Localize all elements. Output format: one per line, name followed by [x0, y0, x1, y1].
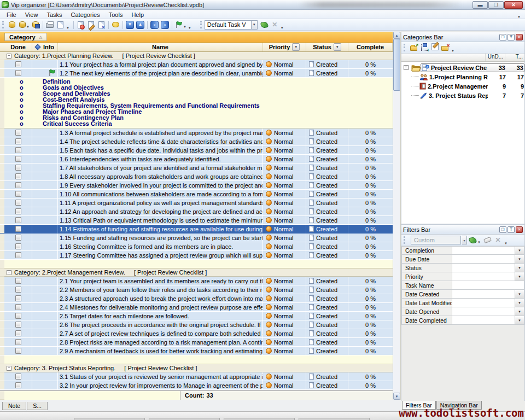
filter-value[interactable] — [452, 281, 524, 289]
panel-pin-icon[interactable] — [508, 226, 515, 233]
done-checkbox[interactable] — [15, 278, 21, 284]
close-button[interactable]: ✕ — [504, 1, 523, 9]
task-row[interactable]: 1.2 The next key elements of the project… — [0, 69, 393, 78]
filter-dropdown-icon[interactable] — [515, 272, 524, 281]
clear-view-icon[interactable]: ✕ — [270, 20, 280, 30]
new-task-icon[interactable] — [75, 20, 86, 30]
filter-dropdown-icon[interactable] — [515, 307, 524, 316]
task-row[interactable]: 2.1 Your project team is assembled and i… — [0, 277, 393, 285]
toolbar-overflow-icon[interactable] — [66, 24, 69, 30]
task-row[interactable]: 1.10 All communications between stakehol… — [0, 190, 393, 199]
toolbar-grip[interactable] — [404, 236, 406, 244]
filter-preset-arrow-icon[interactable] — [462, 236, 467, 244]
task-view-combo[interactable]: Default Task V — [205, 20, 252, 30]
toolbar-grip[interactable] — [2, 21, 5, 28]
menu-item-categories[interactable]: Categories — [67, 11, 104, 18]
panel-restore-icon[interactable] — [499, 226, 506, 233]
vertical-scrollbar[interactable] — [393, 32, 400, 400]
column-total[interactable]: T... — [505, 54, 524, 61]
menu-item-help[interactable]: Help — [127, 11, 148, 18]
category-tree-item-1-project-planning-review[interactable]: 1.Project Planning Review.1717 — [401, 72, 524, 81]
filter-value[interactable] — [452, 272, 515, 281]
task-row[interactable]: 1.16 Steering Committee is formed and it… — [0, 242, 393, 251]
task-row[interactable]: 1.5 Each task has a specific due date. I… — [0, 146, 393, 155]
done-checkbox[interactable] — [15, 252, 21, 258]
done-checkbox[interactable] — [15, 191, 21, 197]
filter-value[interactable] — [452, 255, 515, 263]
filter-dropdown-icon[interactable] — [515, 264, 524, 272]
menu-item-file[interactable]: File — [2, 11, 21, 18]
done-checkbox[interactable] — [15, 217, 21, 223]
menu-overflow-icon[interactable] — [517, 15, 521, 19]
task-row[interactable]: 1.14 Estimates of funding and staffing r… — [0, 225, 393, 234]
filter-dropdown-icon[interactable] — [515, 290, 524, 298]
column-header-name[interactable]: Name — [58, 43, 263, 51]
task-row[interactable]: 2.7 A set of project review techniques i… — [0, 329, 393, 338]
filter-row-date-created[interactable]: Date Created — [401, 290, 524, 299]
done-checkbox[interactable] — [15, 339, 21, 345]
done-checkbox[interactable] — [15, 200, 21, 206]
category-group-row[interactable]: Category: 1.Project Planning Review.[ Pr… — [0, 52, 393, 60]
task-row[interactable]: 1.3 A formal project schedule is establi… — [0, 129, 393, 137]
task-row[interactable]: 1.6 Interdependencies within tasks are a… — [0, 155, 393, 164]
new-category-icon[interactable] — [409, 43, 418, 52]
filter-row-completion[interactable]: Completion — [401, 246, 524, 255]
toolbar-grip[interactable] — [200, 21, 203, 28]
move-down-icon[interactable]: ▼ — [125, 20, 135, 30]
flag-icon[interactable] — [174, 20, 184, 30]
category-group-row[interactable]: Category: 3. Project Status Reporting.[ … — [0, 364, 393, 372]
group-by-category-chip[interactable]: Category — [4, 33, 47, 41]
collapse-icon[interactable] — [7, 54, 11, 59]
filter-dropdown-icon[interactable] — [515, 299, 524, 307]
apply-view-icon[interactable] — [259, 20, 270, 30]
categories-overflow-icon[interactable] — [451, 46, 454, 53]
done-checkbox[interactable] — [15, 226, 21, 232]
filter-row-due-date[interactable]: Due Date — [401, 255, 524, 264]
column-header-priority[interactable]: Priority — [263, 43, 306, 51]
panel-pin-icon[interactable] — [508, 34, 515, 40]
done-checkbox[interactable] — [15, 304, 21, 310]
filter-dropdown-icon[interactable] — [515, 316, 524, 324]
task-row[interactable]: 3.2 In your project review for improveme… — [0, 381, 393, 390]
task-row[interactable]: 1.17 Steering Committee has assigned a p… — [0, 251, 393, 260]
open-database-icon[interactable] — [17, 20, 27, 30]
task-row[interactable]: 3.1 Status of your project is reviewed b… — [0, 372, 393, 381]
minimize-button[interactable]: ▬ — [472, 1, 488, 9]
done-checkbox[interactable] — [15, 61, 21, 67]
task-row[interactable]: 2.4 Milestones for deliverable monitorin… — [0, 303, 393, 312]
done-checkbox[interactable] — [15, 208, 21, 214]
filter-value[interactable] — [452, 264, 515, 272]
menu-item-tasks[interactable]: Tasks — [42, 11, 66, 18]
delete-category-icon[interactable] — [440, 43, 450, 52]
print-preview-icon[interactable] — [55, 20, 66, 30]
done-checkbox[interactable] — [15, 295, 21, 301]
new-database-icon[interactable] — [7, 20, 17, 30]
collapse-icon[interactable] — [7, 366, 11, 371]
column-header-complete[interactable]: Complete — [348, 43, 393, 51]
done-checkbox[interactable] — [15, 138, 21, 144]
category-tree-item-2-project-management-review[interactable]: 2.Project Management Review99 — [401, 81, 524, 91]
done-checkbox[interactable] — [15, 165, 21, 171]
filter-value[interactable] — [452, 307, 515, 316]
done-checkbox[interactable] — [15, 147, 21, 153]
status-filter-icon[interactable] — [334, 43, 341, 51]
filter-dropdown-icon[interactable] — [515, 247, 524, 254]
category-tree-item-project-review-checklist[interactable]: Project Review Checklist3333 — [401, 63, 524, 72]
column-header-done[interactable]: Done — [4, 43, 32, 51]
task-row[interactable]: 2.8 Project risks are managed according … — [0, 338, 393, 347]
task-row[interactable]: 1.11 A project organizational policy as … — [0, 199, 393, 207]
apply-filter-dropdown-icon[interactable] — [477, 238, 481, 244]
task-row[interactable]: 1.1 Your project has a formal project pl… — [0, 60, 393, 69]
move-to-bottom-icon[interactable]: » — [149, 20, 160, 30]
filter-row-date-completed[interactable]: Date Completed — [401, 316, 524, 325]
delete-task-icon[interactable] — [96, 20, 107, 30]
move-up-icon[interactable]: ▲ — [135, 20, 145, 30]
task-view-combo-arrow-icon[interactable] — [252, 20, 258, 30]
done-checkbox[interactable] — [15, 156, 21, 162]
column-header-status[interactable]: Status — [306, 43, 348, 51]
tab-s[interactable]: S... — [27, 402, 48, 410]
filter-row-date-opened[interactable]: Date Opened — [401, 307, 524, 316]
remove-filter-icon[interactable]: ✕ — [493, 236, 503, 244]
done-checkbox[interactable] — [15, 382, 21, 388]
done-checkbox[interactable] — [15, 287, 21, 293]
